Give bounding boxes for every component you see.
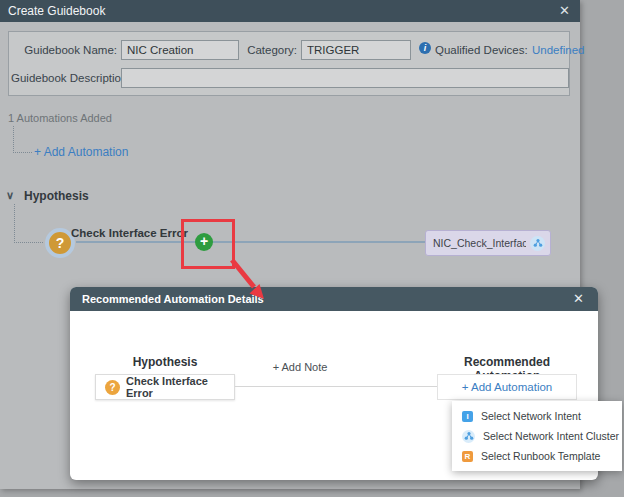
network-intent-cluster-icon: [462, 430, 475, 443]
dialog-title: Create Guidebook: [8, 0, 105, 22]
menu-item-label: Select Network Intent Cluster: [483, 430, 619, 442]
recommended-automation-dialog: Recommended Automation Details ✕ Hypothe…: [70, 287, 598, 480]
connector-line: [235, 386, 437, 387]
dotted-connector: [14, 204, 43, 243]
hypothesis-node-box[interactable]: ? Check Interface Error: [95, 374, 235, 400]
guidebook-name-label: Guidebook Name:: [17, 44, 117, 56]
category-label: Category:: [245, 44, 297, 56]
automation-badge-label: NIC_Check_Interface_M...: [433, 237, 526, 249]
qualified-devices-label: Qualified Devices:: [435, 44, 528, 56]
close-icon[interactable]: ✕: [573, 287, 584, 311]
recommended-automation-titlebar: Recommended Automation Details ✕: [70, 287, 598, 311]
automations-added-text: 1 Automations Added: [8, 112, 112, 124]
category-input[interactable]: [301, 40, 411, 60]
dialog-body: Hypothesis + Add Note Recommended Automa…: [70, 311, 598, 480]
annotation-highlight-box: [181, 219, 235, 269]
guidebook-description-input[interactable]: [121, 68, 569, 88]
add-automation-button[interactable]: + Add Automation: [437, 374, 577, 400]
dotted-connector: [13, 126, 32, 153]
guidebook-name-input[interactable]: [121, 40, 239, 60]
network-intent-icon: I: [462, 411, 473, 422]
dialog-title: Recommended Automation Details: [82, 287, 264, 311]
guidebook-form-panel: Guidebook Name: Category: i Qualified De…: [8, 31, 570, 96]
chevron-down-icon[interactable]: ∨: [6, 189, 14, 202]
add-note-link[interactable]: + Add Note: [230, 361, 370, 373]
hypothesis-question-icon: ?: [105, 380, 120, 395]
menu-item-select-network-intent-cluster[interactable]: Select Network Intent Cluster: [452, 426, 622, 446]
hypothesis-node-label: Check Interface Error: [71, 227, 188, 239]
hypothesis-column-header: Hypothesis: [95, 355, 235, 369]
runbook-template-icon: R: [462, 451, 473, 462]
info-icon: i: [419, 42, 431, 54]
close-icon[interactable]: ✕: [559, 0, 570, 22]
automation-badge[interactable]: NIC_Check_Interface_M...: [425, 230, 551, 256]
create-guidebook-titlebar: Create Guidebook ✕: [0, 0, 580, 22]
add-automation-link[interactable]: + Add Automation: [34, 145, 128, 159]
hypothesis-section-header: Hypothesis: [24, 189, 89, 203]
hypothesis-node-label: Check Interface Error: [126, 375, 234, 399]
screen: Create Guidebook ✕ Guidebook Name: Categ…: [0, 0, 624, 497]
add-automation-menu: I Select Network Intent Select Network: [452, 401, 622, 471]
connector-line: [76, 241, 426, 243]
guidebook-description-label: Guidebook Description:: [11, 72, 117, 84]
menu-item-select-network-intent[interactable]: I Select Network Intent: [452, 406, 622, 426]
menu-item-select-runbook-template[interactable]: R Select Runbook Template: [452, 446, 622, 466]
menu-item-label: Select Runbook Template: [481, 450, 600, 462]
menu-item-label: Select Network Intent: [481, 410, 581, 422]
qualified-devices-link[interactable]: Undefined: [532, 44, 584, 56]
network-intent-cluster-icon: [530, 236, 545, 251]
add-automation-label: + Add Automation: [462, 381, 552, 393]
